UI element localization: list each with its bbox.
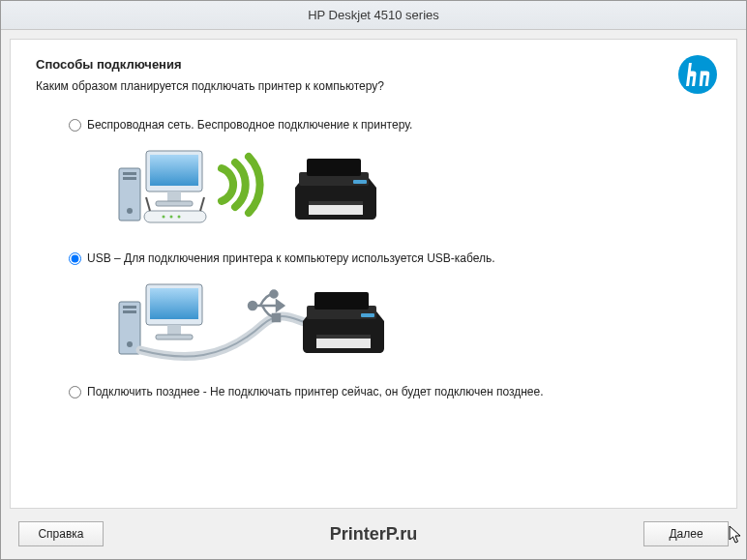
svg-point-13 (170, 216, 173, 219)
svg-rect-8 (156, 201, 193, 206)
svg-point-0 (678, 55, 717, 94)
radio-later[interactable] (69, 386, 81, 398)
svg-rect-21 (123, 306, 136, 309)
option-usb-row[interactable]: USB – Для подключения принтера к компьют… (69, 251, 711, 265)
radio-usb[interactable] (69, 252, 81, 265)
svg-line-10 (146, 197, 150, 211)
svg-rect-7 (167, 192, 181, 201)
svg-rect-18 (309, 201, 363, 205)
option-usb: USB – Для подключения принтера к компьют… (69, 251, 711, 364)
footer-bar: Справка PrinterP.ru Далее (1, 509, 746, 559)
watermark-text: PrinterP.ru (330, 524, 418, 545)
option-wireless: Беспроводная сеть. Беспроводное подключе… (69, 118, 711, 230)
installer-window: HP Deskjet 4510 series Способы подключен… (0, 0, 747, 560)
svg-rect-26 (167, 325, 181, 335)
titlebar: HP Deskjet 4510 series (1, 1, 746, 30)
svg-rect-19 (353, 180, 367, 184)
window-title: HP Deskjet 4510 series (308, 8, 439, 22)
svg-point-14 (178, 216, 181, 219)
svg-rect-22 (123, 310, 136, 313)
help-button[interactable]: Справка (18, 521, 104, 546)
illustration-usb (117, 275, 711, 364)
svg-point-30 (271, 291, 278, 298)
content-panel: Способы подключения Каким образом планир… (10, 39, 737, 509)
svg-rect-31 (273, 314, 280, 321)
page-subheading: Каким образом планируется подключать при… (36, 79, 711, 93)
svg-rect-16 (307, 159, 361, 176)
svg-rect-3 (123, 177, 136, 180)
svg-rect-9 (144, 211, 206, 222)
page-heading: Способы подключения (36, 57, 711, 72)
svg-rect-35 (316, 335, 371, 339)
svg-line-11 (200, 197, 204, 211)
svg-rect-6 (150, 155, 198, 186)
svg-point-12 (163, 216, 165, 219)
option-later-label: Подключить позднее - Не подключать принт… (87, 385, 544, 398)
svg-point-23 (127, 341, 133, 347)
hp-logo-icon (676, 53, 719, 100)
option-wireless-row[interactable]: Беспроводная сеть. Беспроводное подключе… (69, 118, 711, 132)
svg-rect-27 (156, 335, 193, 339)
svg-rect-2 (123, 172, 136, 175)
radio-wireless[interactable] (69, 119, 81, 132)
option-usb-label: USB – Для подключения принтера к компьют… (87, 251, 495, 265)
option-later: Подключить позднее - Не подключать принт… (69, 385, 711, 398)
svg-rect-33 (314, 292, 369, 309)
option-wireless-label: Беспроводная сеть. Беспроводное подключе… (87, 118, 412, 132)
illustration-wireless (117, 141, 711, 230)
next-button[interactable]: Далее (643, 521, 729, 546)
svg-point-4 (127, 208, 133, 214)
svg-rect-36 (361, 313, 374, 317)
svg-rect-25 (150, 288, 198, 319)
option-later-row[interactable]: Подключить позднее - Не подключать принт… (69, 385, 711, 398)
